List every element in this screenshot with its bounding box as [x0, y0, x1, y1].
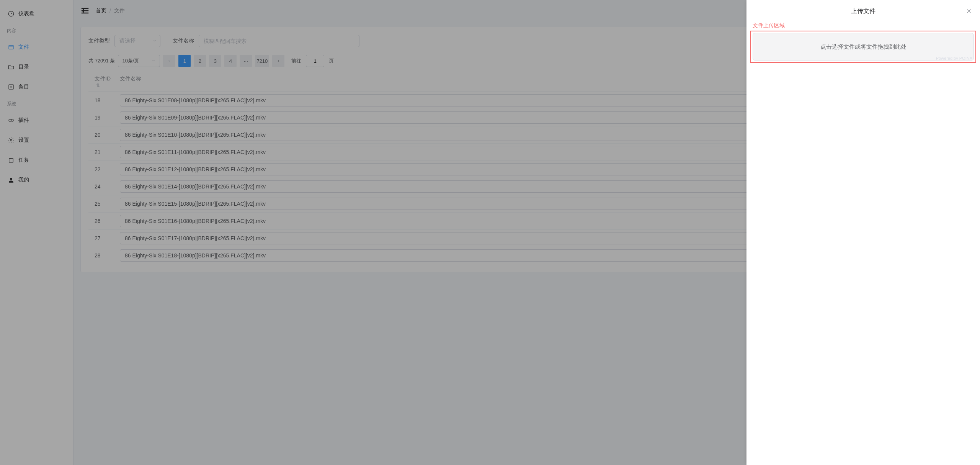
chevron-down-icon	[151, 58, 156, 64]
pagination-prev[interactable]	[163, 55, 175, 67]
svg-point-3	[9, 119, 11, 121]
sidebar-item-label: 仪表盘	[18, 10, 34, 17]
sidebar-item-mine[interactable]: 我的	[0, 170, 73, 190]
sidebar-item-items[interactable]: 条目	[0, 77, 73, 97]
collapse-sidebar-button[interactable]	[80, 6, 90, 15]
sidebar-item-label: 条目	[18, 84, 29, 90]
sidebar-item-plugins[interactable]: 插件	[0, 110, 73, 130]
upload-drawer: 上传文件 文件上传区域 点击选择文件或将文件拖拽到此处 Powered by P…	[746, 0, 980, 465]
breadcrumb-current: 文件	[114, 7, 125, 14]
sidebar-section-content: 内容	[0, 24, 73, 37]
sidebar-item-label: 设置	[18, 137, 29, 144]
cell-file-id: 24	[88, 183, 120, 190]
breadcrumb-separator: /	[109, 8, 111, 14]
cell-file-id: 20	[88, 132, 120, 138]
sidebar-item-directory[interactable]: 目录	[0, 57, 73, 77]
pagination-next[interactable]	[272, 55, 284, 67]
sidebar-section-system: 系统	[0, 97, 73, 110]
upload-area-highlight: 点击选择文件或将文件拖拽到此处 Powered by PQINA	[750, 31, 976, 63]
cell-file-id: 27	[88, 235, 120, 241]
upload-area-label: 文件上传区域	[750, 22, 976, 29]
sidebar-item-files[interactable]: 文件	[0, 37, 73, 57]
cell-file-id: 19	[88, 115, 120, 121]
drawer-body: 文件上传区域 点击选择文件或将文件拖拽到此处 Powered by PQINA	[746, 22, 980, 63]
drawer-title: 上传文件	[851, 7, 875, 15]
pagination-page-3[interactable]: 3	[209, 55, 221, 67]
svg-rect-6	[9, 159, 13, 163]
task-icon	[8, 157, 15, 164]
sidebar-item-tasks[interactable]: 任务	[0, 150, 73, 170]
pagination-goto-prefix: 前往	[291, 57, 301, 64]
pagination-goto-suffix: 页	[329, 57, 334, 64]
sort-icon: ⇅	[96, 83, 100, 88]
pagination-goto-input[interactable]	[306, 55, 324, 67]
list-icon	[8, 84, 15, 90]
cell-file-id: 18	[88, 97, 120, 103]
powered-by-label: Powered by PQINA	[936, 56, 972, 61]
sidebar-item-dashboard[interactable]: 仪表盘	[0, 4, 73, 24]
sidebar-item-label: 目录	[18, 64, 29, 70]
sidebar-item-label: 插件	[18, 117, 29, 124]
gauge-icon	[8, 10, 15, 17]
plugin-icon	[8, 117, 15, 124]
breadcrumb: 首页 / 文件	[96, 7, 125, 14]
upload-dropzone-text: 点击选择文件或将文件拖拽到此处	[820, 43, 906, 51]
file-type-label: 文件类型	[88, 38, 110, 44]
sidebar-item-label: 任务	[18, 157, 29, 164]
col-header-id[interactable]: 文件ID ⇅	[88, 75, 120, 88]
pagination-page-1[interactable]: 1	[178, 55, 191, 67]
page-size-value: 10条/页	[122, 57, 139, 64]
sidebar-item-label: 我的	[18, 177, 29, 183]
file-name-search-input[interactable]	[199, 35, 359, 47]
folder-icon	[8, 64, 15, 70]
svg-point-7	[10, 178, 12, 180]
pagination-ellipsis[interactable]: ···	[240, 55, 252, 67]
cell-file-id: 28	[88, 252, 120, 259]
sidebar: 仪表盘 内容 文件 目录 条目 系统 插件	[0, 0, 74, 465]
cell-file-id: 21	[88, 149, 120, 155]
drawer-header: 上传文件	[746, 0, 980, 22]
pagination-total: 共 72091 条	[88, 57, 115, 64]
svg-point-5	[10, 139, 12, 141]
svg-point-4	[11, 119, 13, 121]
svg-rect-1	[9, 46, 13, 49]
cell-file-id: 26	[88, 218, 120, 224]
pagination-page-2[interactable]: 2	[194, 55, 206, 67]
chevron-down-icon	[152, 38, 157, 44]
pagination-page-last[interactable]: 7210	[255, 55, 269, 67]
user-icon	[8, 177, 15, 183]
gear-icon	[8, 137, 15, 144]
sidebar-item-settings[interactable]: 设置	[0, 130, 73, 150]
file-icon	[8, 44, 15, 51]
cell-file-id: 25	[88, 201, 120, 207]
page-size-select[interactable]: 10条/页	[118, 55, 160, 67]
sidebar-item-label: 文件	[18, 44, 29, 51]
cell-file-id: 22	[88, 166, 120, 172]
select-placeholder: 请选择	[119, 38, 136, 44]
pagination-page-4[interactable]: 4	[224, 55, 237, 67]
file-type-select[interactable]: 请选择	[114, 35, 160, 47]
file-name-label: 文件名称	[173, 38, 194, 44]
breadcrumb-home[interactable]: 首页	[96, 7, 106, 14]
drawer-close-button[interactable]	[965, 8, 972, 15]
